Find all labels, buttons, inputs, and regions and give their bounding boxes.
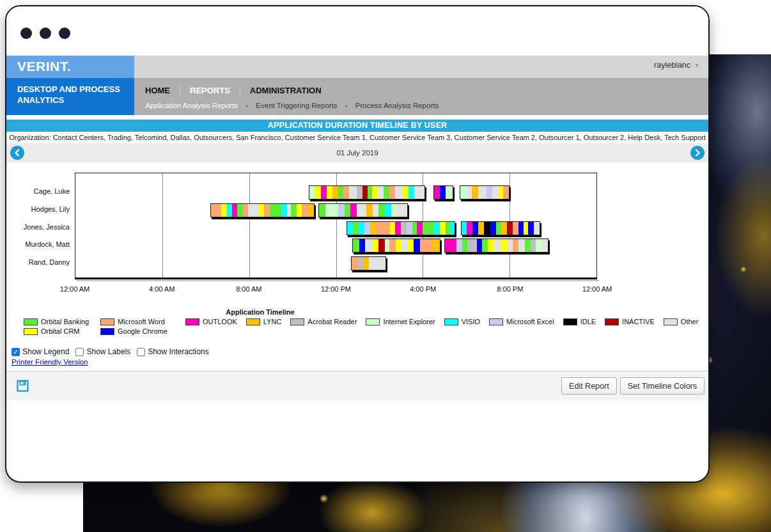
timeline-segment-word[interactable] <box>343 186 349 199</box>
timeline-segment-bank[interactable] <box>496 222 502 235</box>
timeline-segment-other[interactable] <box>396 204 407 217</box>
timeline-segment-out[interactable] <box>321 186 327 199</box>
timeline-segment-lync[interactable] <box>472 186 478 199</box>
timeline-bar[interactable] <box>352 239 440 253</box>
timeline-segment-word[interactable] <box>376 222 389 235</box>
timeline-segment-other[interactable] <box>373 204 379 217</box>
timeline-segment-crm[interactable] <box>440 222 446 235</box>
timeline-segment-acr[interactable] <box>467 239 477 252</box>
timeline-segment-acr[interactable] <box>357 186 362 199</box>
timeline-bar[interactable] <box>444 239 549 253</box>
timeline-segment-word[interactable] <box>389 186 395 199</box>
timeline-segment-bank[interactable] <box>270 204 281 217</box>
nav-home[interactable]: HOME <box>145 86 170 95</box>
timeline-segment-other[interactable] <box>414 186 424 199</box>
timeline-segment-bank[interactable] <box>384 186 389 199</box>
subnav-process-analysis-reports[interactable]: Process Analysis Reports <box>355 102 439 109</box>
timeline-segment-word[interactable] <box>352 257 358 270</box>
timeline-segment-word[interactable] <box>243 204 248 217</box>
timeline-segment-lync[interactable] <box>501 222 507 235</box>
timeline-segment-other[interactable] <box>357 204 366 217</box>
timeline-segment-crm[interactable] <box>488 239 494 252</box>
prev-date-button[interactable] <box>10 146 24 160</box>
timeline-segment-other[interactable] <box>518 239 525 252</box>
timeline-segment-acr[interactable] <box>401 222 407 235</box>
timeline-segment-excel[interactable] <box>338 204 345 217</box>
timeline-segment-word[interactable] <box>264 204 269 217</box>
set-timeline-colors-button[interactable]: Set Timeline Colors <box>620 377 705 395</box>
timeline-segment-visio[interactable] <box>434 222 440 235</box>
timeline-segment-bank[interactable] <box>446 222 450 235</box>
timeline-segment-other[interactable] <box>478 186 487 199</box>
timeline-segment-other[interactable] <box>287 204 292 217</box>
timeline-segment-crm[interactable] <box>501 239 508 252</box>
edit-report-button[interactable]: Edit Report <box>561 377 617 395</box>
timeline-segment-excel[interactable] <box>407 222 412 235</box>
timeline-segment-out[interactable] <box>434 186 440 199</box>
timeline-bar[interactable] <box>347 221 455 235</box>
timeline-bar[interactable] <box>461 221 540 235</box>
timeline-segment-crm[interactable] <box>403 186 409 199</box>
timeline-segment-crm[interactable] <box>259 204 264 217</box>
timeline-segment-acr[interactable] <box>358 257 363 270</box>
window-dot-3[interactable] <box>59 27 70 39</box>
timeline-segment-visio[interactable] <box>462 222 467 235</box>
timeline-segment-out[interactable] <box>417 222 423 235</box>
timeline-segment-other[interactable] <box>365 239 372 252</box>
timeline-segment-lync[interactable] <box>370 222 376 235</box>
timeline-segment-acr[interactable] <box>531 239 536 252</box>
timeline-segment-visio[interactable] <box>347 222 353 235</box>
timeline-segment-crm[interactable] <box>327 186 332 199</box>
timeline-segment-lync[interactable] <box>478 222 484 235</box>
timeline-bar[interactable] <box>460 185 510 199</box>
timeline-segment-ie[interactable] <box>325 204 338 217</box>
timeline-segment-chrome[interactable] <box>490 222 496 235</box>
timeline-segment-word[interactable] <box>211 204 222 217</box>
timeline-segment-crm[interactable] <box>390 222 396 235</box>
timeline-segment-lync[interactable] <box>366 204 373 217</box>
timeline-segment-bank[interactable] <box>345 204 351 217</box>
window-dot-1[interactable] <box>20 27 32 39</box>
timeline-segment-visio[interactable] <box>281 204 286 217</box>
timeline-segment-inact[interactable] <box>362 186 368 199</box>
timeline-segment-out[interactable] <box>395 222 401 235</box>
timeline-segment-visio[interactable] <box>450 222 455 235</box>
timeline-segment-chrome[interactable] <box>440 186 446 199</box>
timeline-segment-word[interactable] <box>302 204 308 217</box>
nav-reports[interactable]: REPORTS <box>190 86 230 95</box>
timeline-segment-chrome[interactable] <box>477 239 482 252</box>
timeline-segment-chrome[interactable] <box>359 239 366 252</box>
timeline-segment-crm[interactable] <box>315 186 321 199</box>
timeline-segment-bank[interactable] <box>319 204 325 217</box>
timeline-segment-crm[interactable] <box>221 204 226 217</box>
checkbox-show-legend[interactable]: ✓ <box>12 348 20 356</box>
subnav-event-triggering-reports[interactable]: Event Triggering Reports <box>256 102 337 109</box>
timeline-segment-other[interactable] <box>248 204 259 217</box>
timeline-bar[interactable] <box>433 185 453 199</box>
checkbox-show-interactions[interactable] <box>137 348 145 356</box>
timeline-segment-other[interactable] <box>401 239 408 252</box>
timeline-bar[interactable] <box>309 185 425 199</box>
timeline-bar[interactable] <box>210 203 315 217</box>
timeline-segment-other[interactable] <box>508 239 513 252</box>
checkbox-show-labels[interactable] <box>75 348 84 356</box>
timeline-segment-ie[interactable] <box>446 186 453 199</box>
timeline-segment-word[interactable] <box>389 239 396 252</box>
timeline-segment-visio[interactable] <box>385 204 391 217</box>
timeline-segment-visio[interactable] <box>409 186 414 199</box>
timeline-segment-bank[interactable] <box>462 239 467 252</box>
timeline-segment-visio[interactable] <box>227 204 232 217</box>
timeline-segment-out[interactable] <box>467 222 472 235</box>
timeline-segment-idle[interactable] <box>484 222 490 235</box>
timeline-segment-ie[interactable] <box>385 239 390 252</box>
timeline-segment-bank[interactable] <box>353 239 359 252</box>
timeline-segment-chrome[interactable] <box>518 222 524 235</box>
timeline-segment-crm[interactable] <box>408 239 414 252</box>
timeline-segment-bank[interactable] <box>423 222 434 235</box>
save-icon[interactable] <box>17 380 29 395</box>
timeline-segment-crm[interactable] <box>499 186 503 199</box>
timeline-segment-ie[interactable] <box>536 239 542 252</box>
timeline-segment-out[interactable] <box>232 204 237 217</box>
timeline-segment-other[interactable] <box>467 186 472 199</box>
timeline-segment-lync[interactable] <box>332 186 338 199</box>
